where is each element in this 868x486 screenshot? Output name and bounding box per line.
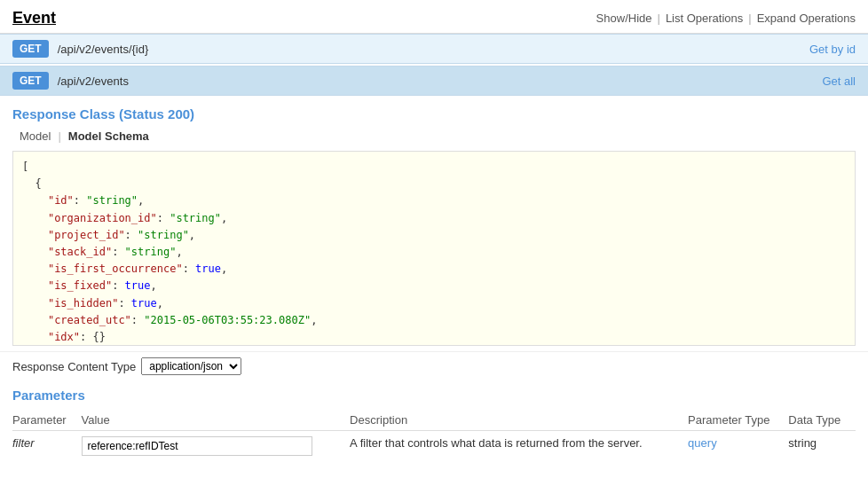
parameters-table: Parameter Value Description Parameter Ty… (12, 410, 856, 461)
get-badge-2: GET (12, 72, 49, 90)
parameters-section: Parameters Parameter Value Description P… (0, 380, 868, 468)
model-tabs: Model | Model Schema (12, 127, 856, 145)
endpoint-path-2: /api/v2/events (58, 74, 823, 88)
endpoint-label-1: Get by id (809, 43, 856, 56)
content-type-row: Response Content Type application/json t… (0, 351, 868, 380)
endpoint-row-1[interactable]: GET /api/v2/events/{id} Get by id (0, 34, 868, 64)
endpoint-label-2: Get all (822, 74, 856, 88)
col-header-parameter: Parameter (12, 410, 82, 431)
list-operations-link[interactable]: List Operations (666, 12, 743, 25)
col-header-data-type: Data Type (788, 410, 856, 431)
tab-model[interactable]: Model (12, 127, 58, 145)
header-links: Show/Hide | List Operations | Expand Ope… (596, 12, 856, 25)
response-section: Response Class (Status 200) Model | Mode… (0, 98, 868, 351)
tab-model-schema[interactable]: Model Schema (61, 127, 156, 145)
json-code-block: [ { "id": "string", "organization_id": "… (12, 151, 856, 346)
table-row: filter A filter that controls what data … (12, 431, 856, 462)
expand-operations-link[interactable]: Expand Operations (757, 12, 856, 25)
param-type-filter: query (688, 436, 717, 450)
param-desc-filter: A filter that controls what data is retu… (350, 436, 643, 450)
response-title: Response Class (Status 200) (12, 106, 856, 122)
param-datatype-filter: string (788, 436, 817, 450)
header-bar: Event Show/Hide | List Operations | Expa… (0, 0, 868, 34)
show-hide-link[interactable]: Show/Hide (596, 12, 652, 25)
content-type-select[interactable]: application/json text/xml (141, 357, 241, 375)
param-value-input-filter[interactable] (82, 436, 312, 456)
param-name-filter: filter (12, 436, 35, 450)
divider-2: | (748, 12, 751, 25)
endpoint-path-1: /api/v2/events/{id} (58, 43, 809, 56)
get-badge-1: GET (12, 40, 49, 58)
page-title: Event (12, 9, 56, 27)
params-header-row: Parameter Value Description Parameter Ty… (12, 410, 856, 431)
col-header-description: Description (350, 410, 688, 431)
content-type-label: Response Content Type (12, 360, 136, 373)
divider-1: | (657, 12, 659, 25)
col-header-param-type: Parameter Type (688, 410, 788, 431)
parameters-title: Parameters (12, 388, 856, 403)
endpoint-row-2[interactable]: GET /api/v2/events Get all (0, 66, 868, 96)
col-header-value: Value (82, 410, 351, 431)
